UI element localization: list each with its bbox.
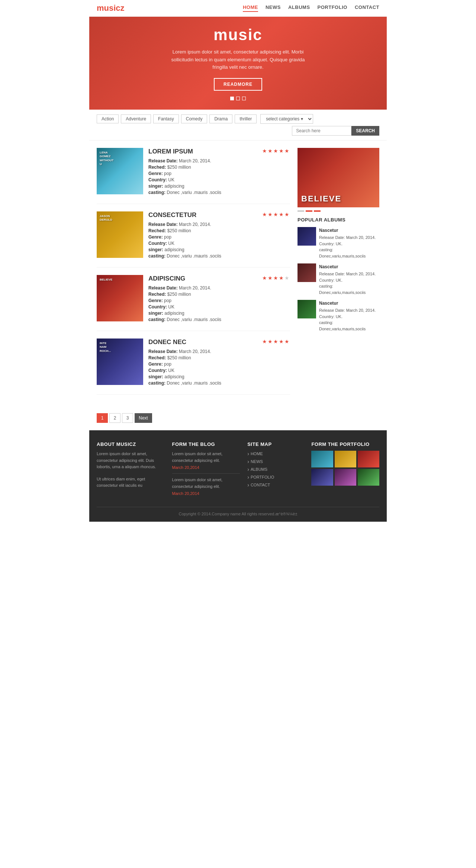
popular-info: Nascetur Release Date: March 20, 2014. C… <box>319 263 379 295</box>
popular-name: Nascetur <box>319 227 379 234</box>
nav-links: HOME NEWS ALBUMS PORTFOLIO CONTACT <box>243 4 379 12</box>
thumb-text: BELIEVE <box>100 278 112 281</box>
album-title-row: CONSECTETUR ★★★★★ <box>148 211 290 219</box>
genre: Genre: pop <box>148 362 290 367</box>
release-date: Release Date: March 20, 2014. <box>148 285 290 291</box>
page-3-button[interactable]: 3 <box>122 413 133 423</box>
album-title-row: DONEC NEC ★★★★★ <box>148 339 290 346</box>
filter-action[interactable]: Action <box>97 114 119 123</box>
singer: singer: adipiscing <box>148 311 290 316</box>
portfolio-thumb-4[interactable] <box>311 469 333 486</box>
nav-news[interactable]: NEWS <box>266 4 281 12</box>
footer-blog-date1: March 20,2014 <box>172 465 240 470</box>
album-stars: ★★★★★ <box>262 211 290 217</box>
country: Country: UK <box>148 304 290 310</box>
popular-casting: casting: Donec,variu,mauris,sociis <box>319 247 366 258</box>
category-select[interactable]: select categories ▾ <box>260 114 313 124</box>
sitemap-portfolio[interactable]: PORTFOLIO <box>247 474 304 480</box>
hero-dot-2[interactable] <box>236 97 240 100</box>
popular-thumbnail <box>298 227 316 246</box>
readmore-button[interactable]: READMORE <box>214 78 262 91</box>
footer-blog-date2: March 20,2014 <box>172 491 240 496</box>
search-wrap: SEARCH <box>292 126 379 136</box>
album-stars: ★★★★★ <box>262 148 290 154</box>
country: Country: UK <box>148 177 290 182</box>
filter-comedy[interactable]: Comedy <box>181 114 208 123</box>
thumb-text: INTENAMROCH... <box>100 341 111 353</box>
casting: casting: Donec ,variu .mauris .sociis <box>148 190 290 195</box>
page-2-button[interactable]: 2 <box>109 413 120 423</box>
album-info: LOREM IPSUM ★★★★★ Release Date: March 20… <box>148 148 290 196</box>
popular-country: Country: UK. <box>319 242 342 246</box>
genre: Genre: pop <box>148 171 290 176</box>
featured-dot-2[interactable] <box>306 210 312 212</box>
featured-album: BELIEVE <box>298 148 379 212</box>
popular-item: Nascetur Release Date: March 20, 2014. C… <box>298 300 379 332</box>
featured-dot-3[interactable] <box>314 210 321 212</box>
search-input[interactable] <box>292 126 351 136</box>
popular-casting: casting: Donec,variu,mauris,sociis <box>319 284 366 295</box>
genre: Genre: pop <box>148 298 290 303</box>
sitemap-contact[interactable]: CONTACT <box>247 482 304 488</box>
album-thumbnail: BELIEVE <box>97 275 143 321</box>
popular-thumbnail <box>298 263 316 282</box>
album-list: LENAGOMEZWITHOUTU LOREM IPSUM ★★★★★ Rele… <box>97 148 290 402</box>
sitemap-home[interactable]: HOME <box>247 451 304 457</box>
footer-sitemap: SITE MAP HOME NEWS ALBUMS PORTFOLIO CONT… <box>247 441 304 499</box>
popular-country: Country: UK. <box>319 314 342 319</box>
portfolio-thumb-3[interactable] <box>358 451 379 467</box>
casting: casting: Donec ,variu .mauris .sociis <box>148 380 290 386</box>
hero-dot-1[interactable] <box>230 97 234 100</box>
popular-info: Nascetur Release Date: March 20, 2014. C… <box>319 300 379 332</box>
popular-thumbnail <box>298 300 316 318</box>
portfolio-thumb-1[interactable] <box>311 451 333 467</box>
page-1-button[interactable]: 1 <box>97 413 108 423</box>
country: Country: UK <box>148 368 290 373</box>
hero-content: music Lorem ipsum dolor sit amet, consec… <box>167 26 309 100</box>
search-button[interactable]: SEARCH <box>351 126 379 136</box>
filter-fantasy[interactable]: Fantasy <box>153 114 179 123</box>
next-page-button[interactable]: Next <box>135 413 152 423</box>
portfolio-grid <box>311 451 379 486</box>
featured-dots <box>298 210 379 212</box>
album-thumbnail: LENAGOMEZWITHOUTU <box>97 148 143 194</box>
release-date: Release Date: March 20, 2014. <box>148 349 290 354</box>
popular-name: Nascetur <box>319 263 379 270</box>
sitemap-albums[interactable]: ALBUMS <box>247 466 304 472</box>
hero-dot-3[interactable] <box>242 97 246 100</box>
nav-portfolio[interactable]: PORTFOLIO <box>318 4 347 12</box>
footer-blog-entry: Lorem ipsum dolor sit amet, consectetur … <box>172 451 240 470</box>
footer: ABOUT MUSICZ Lorem ipsum dolor sit amet,… <box>89 430 387 522</box>
sitemap-news[interactable]: NEWS <box>247 459 304 464</box>
footer-about-title: ABOUT MUSICZ <box>97 441 165 447</box>
popular-release: Release Date: March 20, 2014. <box>319 272 376 276</box>
footer-portfolio-title: FORM THE PORTFOLIO <box>311 441 379 447</box>
album-item: BELIEVE ADIPISCING ★★★★★ Release Date: M… <box>97 275 290 331</box>
portfolio-thumb-5[interactable] <box>335 469 356 486</box>
popular-name: Nascetur <box>319 300 379 307</box>
nav-contact[interactable]: CONTACT <box>355 4 379 12</box>
footer-about: ABOUT MUSICZ Lorem ipsum dolor sit amet,… <box>97 441 165 499</box>
featured-dot-1[interactable] <box>298 210 304 212</box>
casting: casting: Donec ,variu .mauris .sociis <box>148 253 290 259</box>
hero-dots <box>167 97 309 100</box>
album-info: CONSECTETUR ★★★★★ Release Date: March 20… <box>148 211 290 260</box>
pagination: 1 2 3 Next <box>89 409 387 430</box>
footer-blog-entry: Lorem ipsum dolor sit amet, consectetur … <box>172 477 240 496</box>
footer-about-text2: Ut ultrices diam enim, eget consectetur … <box>97 476 165 489</box>
filter-adventure[interactable]: Adventure <box>121 114 151 123</box>
footer-sitemap-title: SITE MAP <box>247 441 304 447</box>
reched: Reched: $250 million <box>148 228 290 233</box>
filter-drama[interactable]: Drama <box>209 114 232 123</box>
nav-home[interactable]: HOME <box>243 4 258 12</box>
popular-item: Nascetur Release Date: March 20, 2014. C… <box>298 263 379 295</box>
site-logo[interactable]: musicz <box>97 3 125 13</box>
portfolio-thumb-6[interactable] <box>358 469 379 486</box>
nav-albums[interactable]: ALBUMS <box>288 4 310 12</box>
portfolio-thumb-2[interactable] <box>335 451 356 467</box>
casting: casting: Donec ,variu .mauris .sociis <box>148 317 290 322</box>
popular-item: Nascetur Release Date: March 20, 2014. C… <box>298 227 379 259</box>
album-item: LENAGOMEZWITHOUTU LOREM IPSUM ★★★★★ Rele… <box>97 148 290 204</box>
logo-accent: m <box>97 3 104 13</box>
filter-thriller[interactable]: thriller <box>235 114 257 123</box>
